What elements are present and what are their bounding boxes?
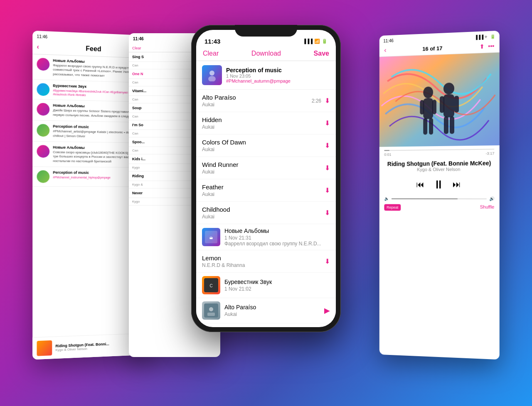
track-item-1[interactable]: Alto Paraíso Aukai 2:26 ⬇: [196, 90, 336, 112]
track-name-3: Colors Of Dawn: [202, 139, 325, 146]
notif-date-2: 1 Nov 21:02: [224, 286, 330, 292]
next-button[interactable]: ⏭: [453, 180, 461, 189]
partial-time: 11:46: [133, 37, 144, 41]
feed-bottom-thumb: [37, 340, 52, 356]
download-icon-3[interactable]: ⬇: [325, 142, 330, 149]
player-page-indicator: 16 of 17: [422, 45, 442, 52]
progress-times: 0:01 -3:17: [384, 151, 494, 157]
svg-rect-14: [432, 100, 436, 114]
notif-info-2: Буревестник Звук 1 Nov 21:02: [224, 279, 330, 292]
track-item-6[interactable]: Childhood Aukai ⬇: [196, 202, 336, 224]
wifi-icon: 📶: [314, 39, 320, 44]
player-progress-section: 0:01 -3:17: [379, 145, 500, 158]
download-icon-4[interactable]: ⬇: [325, 164, 330, 172]
notification-2: C Буревестник Звук 1 Nov 21:02: [196, 273, 336, 298]
feed-avatar-2: [37, 83, 50, 96]
track-name-6: Childhood: [202, 206, 325, 213]
notification-1: 🏔 Новые Альбомы 1 Nov 21:31 Фаррелл возр…: [196, 224, 336, 250]
track-playing[interactable]: Alto Paraíso Aukai ▶: [196, 298, 336, 323]
track-name-lemon: Lemon: [202, 254, 325, 262]
volume-low-icon: 🔈: [384, 196, 389, 201]
more-icon[interactable]: •••: [488, 43, 494, 50]
track-item-4[interactable]: Wind Runner Aukai ⬇: [196, 157, 336, 179]
svg-rect-15: [423, 118, 427, 135]
shuffle-button[interactable]: Shuffle: [480, 204, 495, 211]
svg-rect-19: [440, 96, 444, 113]
player-volume: 🔈 🔊: [379, 195, 500, 203]
prev-button[interactable]: ⏮: [416, 180, 425, 189]
notif-name-2: Буревестник Звук: [224, 279, 330, 285]
feed-avatar-1: [37, 58, 50, 71]
signal-icon: ▐▐▐: [303, 39, 313, 44]
track-info-6: Childhood Aukai: [202, 206, 325, 220]
svg-text:C: C: [209, 284, 212, 288]
right-status-icons: ▐▐▐ ᯤ 🔋: [475, 34, 495, 39]
track-artist-lemon: N.E.R.D & Rihanna: [202, 262, 325, 268]
track-name-5: Feather: [202, 183, 325, 191]
player-nav-icons: ⬆ •••: [480, 43, 494, 50]
download-icon-2[interactable]: ⬇: [325, 119, 330, 127]
message-channel: #PMchannel_autumn@pmpage: [226, 78, 330, 83]
download-icon-lemon[interactable]: ⬇: [325, 257, 330, 265]
volume-fill: [392, 198, 458, 199]
clear-button[interactable]: Clear: [203, 50, 219, 57]
download-button[interactable]: Download: [251, 50, 281, 57]
share-icon[interactable]: ⬆: [480, 43, 485, 50]
message-title: Perception of music: [226, 67, 330, 73]
track-artist-5: Aukai: [202, 191, 325, 197]
playing-artist: Aukai: [224, 311, 324, 317]
track-item-2[interactable]: Hidden Aukai ⬇: [196, 112, 336, 135]
progress-fill: [384, 150, 389, 151]
feed-avatar-6: [37, 170, 50, 183]
svg-rect-20: [454, 96, 459, 113]
track-info-lemon: Lemon N.E.R.D & Rihanna: [202, 254, 325, 268]
notif-thumb-2: C: [202, 276, 220, 294]
feed-avatar-3: [37, 103, 50, 116]
message-date: 1 Nov 23:05: [226, 73, 330, 78]
svg-rect-8: [207, 313, 215, 316]
track-artist-2: Aukai: [202, 124, 325, 130]
notif-date-1: 1 Nov 21:31: [224, 235, 330, 241]
track-item-5[interactable]: Feather Aukai ⬇: [196, 179, 336, 202]
player-artwork: [379, 53, 500, 147]
track-info-1: Alto Paraíso Aukai: [202, 94, 312, 108]
player-back-icon[interactable]: ‹: [384, 46, 386, 54]
repeat-button[interactable]: Repeat: [384, 204, 401, 211]
battery-icon: 🔋: [322, 39, 328, 44]
track-lemon[interactable]: Lemon N.E.R.D & Rihanna ⬇: [196, 250, 336, 273]
phone-notch: [235, 25, 297, 37]
track-artist-3: Aukai: [202, 147, 325, 152]
track-list: Alto Paraíso Aukai 2:26 ⬇ Hidden Aukai ⬇: [196, 90, 336, 327]
svg-point-1: [208, 76, 216, 81]
download-icon-5[interactable]: ⬇: [325, 186, 330, 194]
svg-rect-21: [444, 117, 448, 134]
player-song-title: Riding Shotgun (Feat. Bonnie McKee): [384, 160, 494, 167]
svg-point-7: [209, 307, 213, 311]
playing-play-icon[interactable]: ▶: [324, 306, 330, 315]
download-icon-6[interactable]: ⬇: [325, 209, 330, 217]
notif-name-1: Новые Альбомы: [224, 227, 330, 234]
svg-rect-22: [450, 116, 454, 134]
pause-button[interactable]: ⏸: [433, 178, 444, 191]
player-footer: Repeat Shuffle: [379, 203, 500, 213]
track-info-2: Hidden Aukai: [202, 116, 325, 130]
playing-name: Alto Paraíso: [224, 304, 324, 311]
track-item-3[interactable]: Colors Of Dawn Aukai ⬇: [196, 135, 336, 157]
save-button[interactable]: Save: [314, 50, 329, 57]
track-name-2: Hidden: [202, 116, 325, 123]
time-current: 0:01: [384, 152, 391, 157]
feed-back-icon[interactable]: ‹: [37, 43, 39, 51]
svg-text:🏔: 🏔: [209, 236, 213, 240]
track-info-4: Wind Runner Aukai: [202, 161, 325, 175]
download-icon-1[interactable]: ⬇: [325, 97, 330, 105]
player-song-info: Riding Shotgun (Feat. Bonnie McKee) Kygo…: [379, 157, 500, 175]
right-time: 11:46: [383, 39, 393, 44]
volume-high-icon: 🔊: [489, 196, 494, 201]
feed-title: Feed: [86, 45, 101, 52]
track-name-4: Wind Runner: [202, 161, 325, 168]
left-time: 11:46: [37, 34, 48, 39]
center-time: 11:43: [204, 38, 220, 45]
progress-bar[interactable]: [384, 149, 494, 151]
player-song-artist: Kygo & Oliver Nelson: [384, 166, 494, 172]
svg-rect-16: [429, 118, 433, 135]
